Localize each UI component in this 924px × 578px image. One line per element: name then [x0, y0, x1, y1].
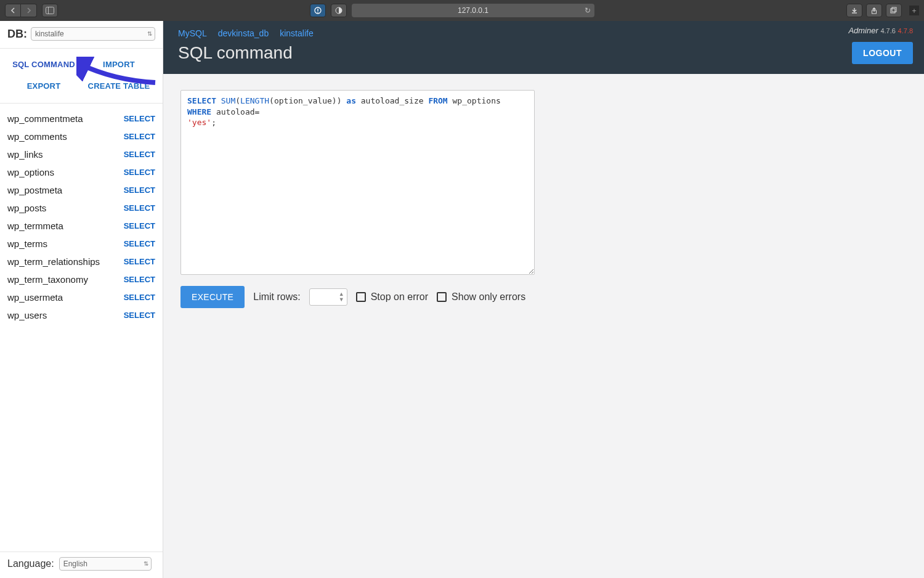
table-name[interactable]: wp_options [7, 167, 54, 177]
breadcrumb: MySQL devkinsta_db kinstalife [178, 28, 909, 38]
db-select[interactable]: kinstalife ⇅ [31, 27, 155, 41]
table-select-link[interactable]: SELECT [124, 221, 155, 230]
table-row: wp_postmetaSELECT [7, 181, 155, 199]
language-label: Language: [7, 558, 54, 569]
table-row: wp_commentsSELECT [7, 128, 155, 145]
table-row: wp_linksSELECT [7, 145, 155, 163]
chevron-updown-icon: ⇅ [144, 561, 148, 567]
table-name[interactable]: wp_term_taxonomy [7, 274, 88, 285]
share-icon[interactable] [866, 4, 882, 17]
table-name[interactable]: wp_links [7, 149, 43, 160]
main: Adminer 4.7.6 4.7.8 MySQL devkinsta_db k… [163, 21, 924, 578]
language-select[interactable]: English ⇅ [59, 557, 152, 571]
table-select-link[interactable]: SELECT [124, 185, 155, 195]
download-icon[interactable] [846, 4, 862, 17]
sql-textarea[interactable]: SELECT SUM(LENGTH(option_value)) as auto… [180, 90, 535, 275]
import-link[interactable]: IMPORT [81, 60, 156, 69]
back-button[interactable] [5, 4, 21, 17]
table-row: wp_term_taxonomySELECT [7, 271, 155, 288]
forward-button[interactable] [21, 4, 37, 17]
language-picker: Language: English ⇅ [0, 552, 163, 578]
stop-on-error-label: Stop on error [371, 291, 428, 303]
table-row: wp_termmetaSELECT [7, 217, 155, 235]
table-name[interactable]: wp_posts [7, 203, 46, 213]
nav-buttons [5, 4, 37, 17]
controls-row: EXECUTE Limit rows: ▲▼ Stop on error Sho… [180, 286, 907, 308]
table-name[interactable]: wp_term_relationships [7, 256, 100, 267]
brand-version: 4.7.6 [880, 27, 895, 35]
reload-icon[interactable]: ↻ [585, 6, 591, 15]
table-row: wp_usermetaSELECT [7, 288, 155, 306]
tabs-icon[interactable] [886, 4, 902, 17]
browser-toolbar: 127.0.0.1 ↻ ＋ [0, 0, 924, 21]
table-row: wp_optionsSELECT [7, 163, 155, 181]
table-name[interactable]: wp_comments [7, 131, 67, 142]
new-tab-button[interactable]: ＋ [909, 6, 919, 15]
table-row: wp_usersSELECT [7, 306, 155, 324]
table-select-link[interactable]: SELECT [124, 239, 155, 248]
db-label: DB: [7, 28, 27, 41]
header: Adminer 4.7.6 4.7.8 MySQL devkinsta_db k… [163, 21, 924, 74]
table-select-link[interactable]: SELECT [124, 257, 155, 266]
content: SELECT SUM(LENGTH(option_value)) as auto… [163, 74, 924, 324]
table-list: wp_commentmetaSELECTwp_commentsSELECTwp_… [0, 104, 163, 552]
language-selected: English [63, 560, 87, 568]
stop-on-error-checkbox[interactable] [356, 292, 366, 302]
limit-rows-input[interactable]: ▲▼ [309, 288, 347, 306]
table-row: wp_postsSELECT [7, 199, 155, 217]
show-only-errors-label: Show only errors [452, 291, 525, 303]
table-name[interactable]: wp_termmeta [7, 221, 63, 231]
table-row: wp_termsSELECT [7, 235, 155, 253]
table-name[interactable]: wp_users [7, 310, 47, 320]
sidebar: DB: kinstalife ⇅ SQL COMMAND IMPORT EXPO… [0, 21, 163, 578]
shield-icon[interactable] [310, 4, 326, 17]
address-text: 127.0.0.1 [458, 6, 488, 15]
svg-rect-8 [891, 9, 895, 13]
svg-rect-9 [892, 7, 896, 12]
svg-rect-0 [46, 7, 54, 14]
svg-rect-7 [872, 10, 876, 14]
table-select-link[interactable]: SELECT [124, 114, 155, 123]
table-select-link[interactable]: SELECT [124, 311, 155, 320]
crumb-schema[interactable]: kinstalife [280, 28, 313, 38]
sql-command-link[interactable]: SQL COMMAND [6, 60, 81, 69]
table-select-link[interactable]: SELECT [124, 293, 155, 302]
table-name[interactable]: wp_usermeta [7, 292, 63, 303]
table-select-link[interactable]: SELECT [124, 275, 155, 284]
brand-name: Adminer [848, 26, 878, 35]
table-select-link[interactable]: SELECT [124, 132, 155, 141]
export-link[interactable]: EXPORT [6, 81, 81, 91]
svg-point-2 [315, 7, 321, 14]
reader-icon[interactable] [331, 4, 347, 17]
create-table-link[interactable]: CREATE TABLE [81, 81, 156, 91]
brand: Adminer 4.7.6 4.7.8 [848, 26, 913, 35]
brand-version-new: 4.7.8 [898, 27, 913, 35]
table-select-link[interactable]: SELECT [124, 168, 155, 177]
sidebar-actions: SQL COMMAND IMPORT EXPORT CREATE TABLE [0, 49, 163, 104]
table-name[interactable]: wp_postmeta [7, 185, 62, 195]
svg-rect-4 [318, 12, 318, 12]
crumb-mysql[interactable]: MySQL [178, 28, 207, 38]
crumb-db[interactable]: devkinsta_db [218, 28, 269, 38]
show-only-errors-checkbox[interactable] [437, 292, 447, 302]
table-name[interactable]: wp_commentmeta [7, 113, 83, 124]
limit-rows-label: Limit rows: [253, 291, 300, 303]
table-select-link[interactable]: SELECT [124, 150, 155, 159]
table-select-link[interactable]: SELECT [124, 203, 155, 213]
sidebar-toggle-button[interactable] [42, 4, 58, 17]
stepper-icon: ▲▼ [339, 291, 344, 303]
address-bar[interactable]: 127.0.0.1 ↻ [352, 4, 594, 17]
logout-button[interactable]: LOGOUT [852, 42, 913, 64]
execute-button[interactable]: EXECUTE [180, 286, 245, 308]
table-row: wp_commentmetaSELECT [7, 110, 155, 128]
table-name[interactable]: wp_terms [7, 238, 47, 249]
chevron-updown-icon: ⇅ [147, 31, 152, 37]
svg-point-5 [336, 7, 342, 14]
svg-rect-3 [318, 9, 318, 11]
page-title: SQL command [178, 43, 909, 63]
table-row: wp_term_relationshipsSELECT [7, 253, 155, 271]
db-picker: DB: kinstalife ⇅ [0, 21, 163, 49]
db-selected: kinstalife [35, 30, 64, 38]
